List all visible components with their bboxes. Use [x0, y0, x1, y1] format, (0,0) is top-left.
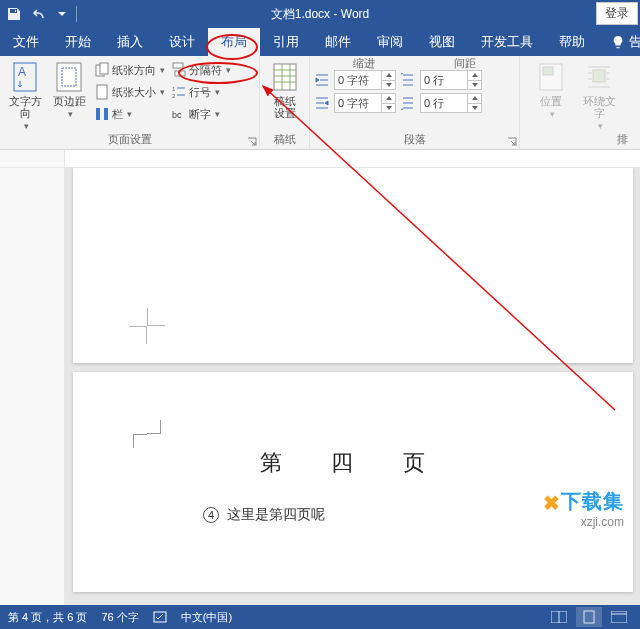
- svg-rect-17: [593, 70, 605, 82]
- manuscript-icon: [270, 61, 300, 93]
- chevron-down-icon: ▾: [68, 109, 73, 119]
- svg-rect-2: [57, 63, 81, 91]
- paper-size-icon: [94, 84, 110, 100]
- paper-size-button[interactable]: 纸张大小▾: [92, 81, 167, 103]
- status-proofing[interactable]: [153, 610, 167, 624]
- group-arrange: 位置 ▾ 环绕文字 ▾ 排: [520, 56, 630, 149]
- spinner-down-icon[interactable]: [381, 103, 395, 113]
- status-language[interactable]: 中文(中国): [181, 610, 232, 625]
- line-numbers-button[interactable]: 12 行号▾: [169, 81, 233, 103]
- columns-button[interactable]: 栏▾: [92, 103, 167, 125]
- status-page[interactable]: 第 4 页，共 6 页: [8, 610, 87, 625]
- document-area[interactable]: 第 四 页 4这里是第四页呢: [0, 168, 640, 605]
- spacing-before-icon: [400, 72, 416, 88]
- breaks-icon: [171, 62, 187, 78]
- group-manuscript: 稿纸 设置 稿纸: [260, 56, 310, 149]
- manuscript-settings-button[interactable]: 稿纸 设置: [264, 59, 305, 119]
- position-icon: [536, 61, 566, 93]
- title-bar: 文档1.docx - Word 登录: [0, 0, 640, 28]
- quick-access-toolbar: [0, 6, 77, 22]
- wrap-text-icon: [584, 61, 614, 93]
- tab-view[interactable]: 视图: [416, 28, 468, 56]
- svg-rect-9: [173, 63, 183, 68]
- indent-left-input[interactable]: 0 字符: [334, 70, 396, 90]
- page-4[interactable]: 第 四 页 4这里是第四页呢: [73, 372, 633, 592]
- tab-mailings[interactable]: 邮件: [312, 28, 364, 56]
- svg-text:A: A: [18, 65, 26, 79]
- tab-file[interactable]: 文件: [0, 28, 52, 56]
- indent-left-icon: [314, 72, 330, 88]
- svg-rect-5: [100, 63, 108, 74]
- hyphenation-button[interactable]: bc 断字▾: [169, 103, 233, 125]
- spinner-down-icon[interactable]: [381, 80, 395, 90]
- vertical-ruler[interactable]: [0, 168, 65, 605]
- spacing-before-input[interactable]: 0 行: [420, 70, 482, 90]
- svg-rect-6: [97, 85, 107, 99]
- spinner-down-icon[interactable]: [467, 80, 481, 90]
- spacing-after-input[interactable]: 0 行: [420, 93, 482, 113]
- undo-icon[interactable]: [32, 6, 48, 22]
- tab-review[interactable]: 审阅: [364, 28, 416, 56]
- svg-rect-14: [274, 64, 296, 90]
- login-button[interactable]: 登录: [596, 2, 638, 25]
- tab-home[interactable]: 开始: [52, 28, 104, 56]
- group-label-page-setup: 页面设置: [0, 132, 259, 149]
- group-paragraph: 缩进 间距 0 字符 0 行 0 字符 0 行 段落: [310, 56, 520, 149]
- dialog-launcher-icon[interactable]: [247, 137, 257, 147]
- spinner-down-icon[interactable]: [467, 103, 481, 113]
- svg-rect-16: [543, 67, 553, 75]
- text-direction-button[interactable]: A 文字方向 ▾: [4, 59, 46, 131]
- qat-separator: [76, 6, 77, 22]
- tab-devtools[interactable]: 开发工具: [468, 28, 546, 56]
- status-word-count[interactable]: 76 个字: [101, 610, 138, 625]
- tab-references[interactable]: 引用: [260, 28, 312, 56]
- spinner-up-icon[interactable]: [381, 71, 395, 80]
- wrap-text-button: 环绕文字 ▾: [578, 59, 620, 131]
- page4-heading: 第 四 页: [260, 448, 447, 478]
- group-label-manuscript: 稿纸: [260, 132, 309, 149]
- ribbon: A 文字方向 ▾ 页边距 ▾ 纸张方向▾ 纸张大小▾: [0, 56, 640, 150]
- margins-icon: [54, 61, 84, 93]
- svg-rect-7: [96, 108, 100, 120]
- tab-tell-me[interactable]: 告: [598, 28, 640, 56]
- orientation-icon: [94, 62, 110, 78]
- indent-right-input[interactable]: 0 字符: [334, 93, 396, 113]
- margins-button[interactable]: 页边距 ▾: [48, 59, 90, 119]
- group-label-arrange: 排: [520, 132, 630, 149]
- horizontal-ruler[interactable]: [0, 150, 640, 168]
- spinner-up-icon[interactable]: [467, 94, 481, 103]
- svg-rect-23: [611, 611, 627, 623]
- spinner-up-icon[interactable]: [381, 94, 395, 103]
- tab-design[interactable]: 设计: [156, 28, 208, 56]
- proofing-icon: [153, 610, 167, 624]
- svg-rect-22: [584, 611, 594, 623]
- document-title: 文档1.docx - Word: [271, 6, 369, 23]
- lightbulb-icon: [611, 35, 625, 49]
- indent-heading: 缩进: [314, 56, 415, 70]
- tab-layout[interactable]: 布局: [208, 28, 260, 56]
- spinner-up-icon[interactable]: [467, 71, 481, 80]
- breaks-button[interactable]: 分隔符▾: [169, 59, 233, 81]
- tab-help[interactable]: 帮助: [546, 28, 598, 56]
- orientation-button[interactable]: 纸张方向▾: [92, 59, 167, 81]
- ribbon-tabs: 文件 开始 插入 设计 布局 引用 邮件 审阅 视图 开发工具 帮助 告: [0, 28, 640, 56]
- list-number-4: 4: [203, 507, 219, 523]
- group-page-setup: A 文字方向 ▾ 页边距 ▾ 纸张方向▾ 纸张大小▾: [0, 56, 260, 149]
- svg-text:bc: bc: [172, 110, 182, 120]
- page-3[interactable]: [73, 168, 633, 363]
- dialog-launcher-icon[interactable]: [507, 137, 517, 147]
- svg-rect-8: [104, 108, 108, 120]
- svg-text:2: 2: [172, 93, 176, 99]
- chevron-down-icon: ▾: [24, 121, 29, 131]
- view-print-layout[interactable]: [576, 607, 602, 627]
- tab-insert[interactable]: 插入: [104, 28, 156, 56]
- qat-dropdown-icon[interactable]: [58, 6, 66, 22]
- svg-rect-10: [175, 71, 185, 76]
- page4-body-text: 4这里是第四页呢: [203, 506, 325, 524]
- spacing-heading: 间距: [415, 56, 516, 70]
- view-read-mode[interactable]: [546, 607, 572, 627]
- view-web-layout[interactable]: [606, 607, 632, 627]
- save-icon[interactable]: [6, 6, 22, 22]
- hyphenation-icon: bc: [171, 106, 187, 122]
- svg-text:1: 1: [172, 86, 176, 92]
